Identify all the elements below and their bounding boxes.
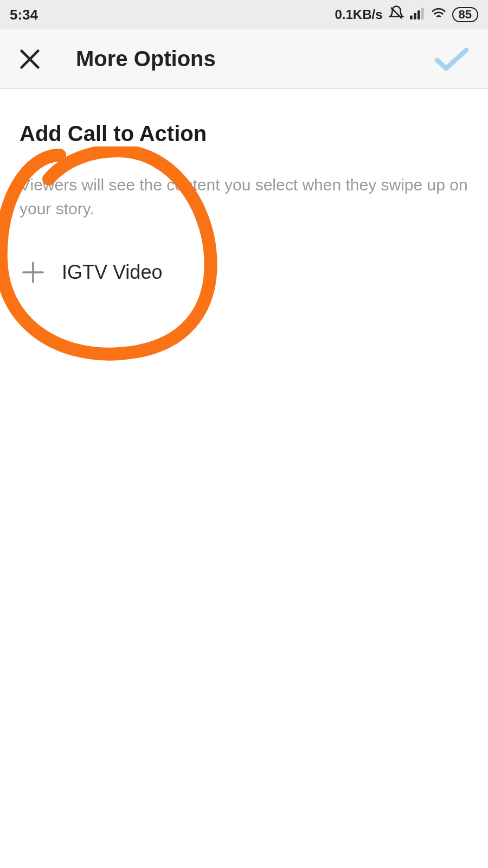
svg-rect-3	[421, 8, 424, 19]
status-icons: 0.1KB/s 85	[335, 5, 478, 25]
confirm-button[interactable]	[432, 43, 472, 75]
mute-icon	[388, 5, 404, 25]
svg-rect-2	[418, 10, 420, 19]
signal-icon	[410, 7, 425, 23]
svg-rect-0	[410, 15, 413, 19]
content-area: Add Call to Action Viewers will see the …	[0, 89, 488, 286]
battery-indicator: 85	[452, 7, 478, 22]
add-igtv-video-row[interactable]: IGTV Video	[20, 259, 468, 286]
status-bar: 5:34 0.1KB/s 85	[0, 0, 488, 29]
page-header: More Options	[0, 29, 488, 89]
page-title: More Options	[76, 47, 432, 71]
close-button[interactable]	[16, 46, 43, 73]
plus-icon	[20, 259, 47, 286]
status-time: 5:34	[10, 7, 38, 23]
data-rate: 0.1KB/s	[335, 7, 382, 22]
section-title: Add Call to Action	[20, 122, 468, 146]
section-description: Viewers will see the content you select …	[20, 173, 468, 221]
battery-value: 85	[459, 8, 472, 22]
wifi-icon	[431, 7, 447, 23]
option-label: IGTV Video	[62, 261, 162, 284]
svg-rect-1	[414, 13, 416, 20]
